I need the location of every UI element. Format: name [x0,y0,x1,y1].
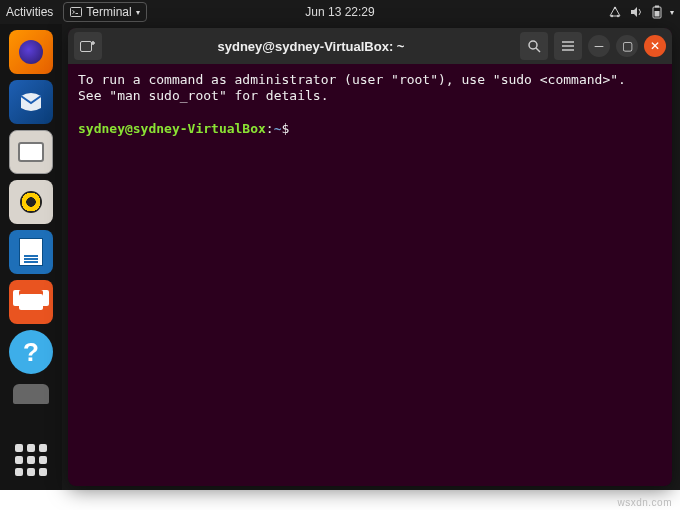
svg-point-3 [617,15,619,17]
terminal-window: sydney@sydney-VirtualBox: ~ ─ ▢ ✕ To run… [68,28,672,486]
close-button[interactable]: ✕ [644,35,666,57]
svg-point-11 [529,41,537,49]
app-menu-label: Terminal [86,5,131,19]
dock-thunderbird[interactable] [9,80,53,124]
menu-button[interactable] [554,32,582,60]
prompt-colon: : [266,121,274,136]
prompt-suffix: $ [282,121,298,136]
activities-button[interactable]: Activities [6,5,53,19]
network-icon [608,6,622,18]
chevron-down-icon: ▾ [136,8,140,17]
volume-icon [630,6,644,18]
app-menu[interactable]: Terminal ▾ [63,2,146,22]
svg-point-2 [611,15,613,17]
svg-rect-7 [655,11,660,17]
svg-rect-6 [655,6,659,8]
dock: ? [0,24,62,490]
watermark: wsxdn.com [617,497,672,508]
minimize-button[interactable]: ─ [588,35,610,57]
clock[interactable]: Jun 13 22:29 [305,5,374,19]
desktop: Activities Terminal ▾ Jun 13 22:29 ▾ ? [0,0,680,490]
terminal-icon [70,6,82,18]
system-tray[interactable]: ▾ [608,5,674,19]
chevron-down-icon: ▾ [670,8,674,17]
window-title: sydney@sydney-VirtualBox: ~ [108,39,514,54]
dock-help[interactable]: ? [9,330,53,374]
new-tab-icon [80,39,96,53]
maximize-button[interactable]: ▢ [616,35,638,57]
prompt-path: ~ [274,121,282,136]
top-bar: Activities Terminal ▾ Jun 13 22:29 ▾ [0,0,680,24]
dock-firefox[interactable] [9,30,53,74]
svg-rect-0 [71,8,82,17]
dock-rhythmbox[interactable] [9,180,53,224]
search-icon [527,39,541,53]
terminal-output-line: To run a command as administrator (user … [78,72,626,87]
show-applications[interactable] [9,438,53,482]
prompt-user: sydney@sydney-VirtualBox [78,121,266,136]
svg-line-12 [536,48,540,52]
dock-software[interactable] [9,280,53,324]
dock-files[interactable] [9,130,53,174]
titlebar: sydney@sydney-VirtualBox: ~ ─ ▢ ✕ [68,28,672,64]
dock-trash[interactable] [13,384,49,404]
svg-point-4 [614,7,616,9]
search-button[interactable] [520,32,548,60]
terminal-output-line: See "man sudo_root" for details. [78,88,328,103]
terminal-body[interactable]: To run a command as administrator (user … [68,64,672,145]
svg-rect-8 [81,42,92,52]
hamburger-icon [561,40,575,52]
new-tab-button[interactable] [74,32,102,60]
dock-writer[interactable] [9,230,53,274]
battery-icon [652,5,662,19]
